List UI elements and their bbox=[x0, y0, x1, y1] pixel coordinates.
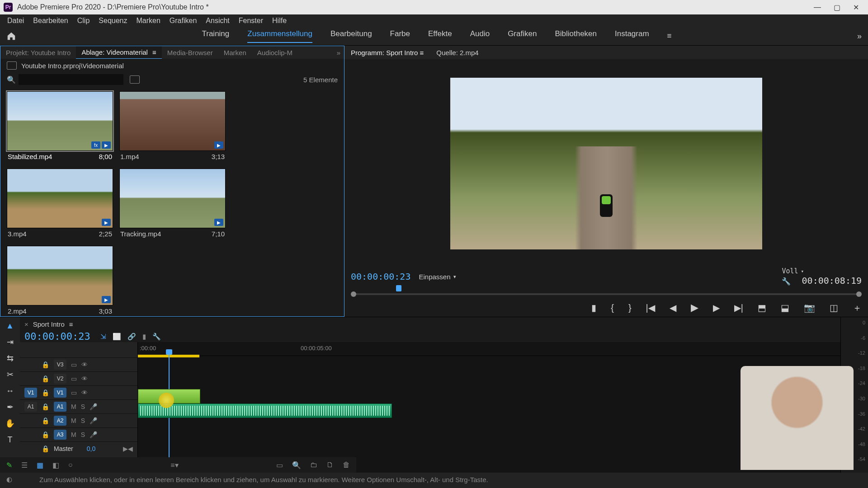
marker-icon[interactable]: ▮ bbox=[142, 333, 146, 341]
audio-track-header[interactable]: 🔒A2MS🎤 bbox=[20, 413, 137, 427]
workspace-farbe[interactable]: Farbe bbox=[390, 29, 410, 43]
time-ruler[interactable]: :00:00 00:00:05:00 bbox=[138, 342, 840, 356]
mark-in-button[interactable]: ▮ bbox=[591, 302, 596, 313]
home-icon[interactable] bbox=[6, 31, 16, 41]
close-button[interactable]: ✕ bbox=[853, 3, 859, 12]
menu-clip[interactable]: Clip bbox=[73, 15, 94, 27]
panel-tab[interactable]: Marken bbox=[218, 47, 252, 59]
minimize-button[interactable]: — bbox=[814, 3, 821, 12]
panel-menu-icon[interactable]: ≡ bbox=[69, 320, 73, 328]
sort-icon[interactable]: ≡▾ bbox=[170, 461, 178, 469]
media-item[interactable]: ▶Tracking.mp47;10 bbox=[119, 169, 226, 239]
panel-tab[interactable]: Audioclip-M bbox=[252, 47, 298, 59]
program-monitor-panel: Programm: Sport Intro ≡Quelle: 2.mp4 00:… bbox=[344, 46, 868, 317]
step-fwd-button[interactable]: ▶ bbox=[713, 302, 720, 313]
menu-grafiken[interactable]: Grafiken bbox=[165, 15, 201, 27]
sequence-name[interactable]: Sport Intro bbox=[33, 320, 65, 328]
new-bin-footer-icon[interactable]: 🗀 bbox=[310, 461, 317, 469]
razor-tool[interactable]: ✂ bbox=[4, 369, 16, 380]
menu-ansicht[interactable]: Ansicht bbox=[201, 15, 234, 27]
linked-selection-icon[interactable]: 🔗 bbox=[127, 333, 136, 341]
insert-mode-icon[interactable]: ⇲ bbox=[100, 333, 106, 341]
pen-tool[interactable]: ✒ bbox=[4, 401, 16, 413]
media-item[interactable]: fx▶Stabilized.mp48;00 bbox=[7, 91, 113, 162]
zoom-slider-icon[interactable]: ○ bbox=[68, 461, 73, 469]
panel-tab[interactable]: Projekt: Youtube Intro bbox=[0, 47, 76, 59]
workspace-bearbeitung[interactable]: Bearbeitung bbox=[330, 29, 372, 43]
workspace-zusammenstellung[interactable]: Zusammenstellung bbox=[247, 29, 312, 43]
lift-button[interactable]: ⬒ bbox=[758, 302, 766, 313]
menu-fenster[interactable]: Fenster bbox=[234, 15, 268, 27]
maximize-button[interactable]: ▢ bbox=[834, 3, 840, 12]
menu-sequenz[interactable]: Sequenz bbox=[94, 15, 132, 27]
program-tab[interactable]: Programm: Sport Intro ≡ bbox=[344, 47, 430, 59]
master-track-header[interactable]: 🔒Master0,0▶◀ bbox=[20, 441, 137, 455]
quality-dropdown[interactable]: Voll bbox=[782, 267, 848, 275]
audio-track-header[interactable]: A1🔒A1MS🎤 bbox=[20, 399, 137, 413]
play-button[interactable]: ▶ bbox=[691, 302, 698, 314]
program-scrubber[interactable] bbox=[351, 285, 862, 299]
menu-hilfe[interactable]: Hilfe bbox=[268, 15, 291, 27]
menu-bearbeiten[interactable]: Bearbeiten bbox=[28, 15, 72, 27]
workspace-grafiken[interactable]: Grafiken bbox=[508, 29, 537, 43]
mark-inset-l-button[interactable]: { bbox=[611, 303, 614, 313]
button-editor-icon[interactable]: ＋ bbox=[853, 302, 862, 314]
new-item-icon[interactable]: 🗋 bbox=[326, 461, 334, 469]
playhead-handle[interactable] bbox=[396, 285, 401, 291]
video-track-header[interactable]: 🔒V3▭👁 bbox=[20, 357, 137, 371]
search-icon[interactable]: 🔍 bbox=[7, 75, 16, 84]
go-next-edit-button[interactable]: ▶| bbox=[734, 302, 743, 313]
workspace-training[interactable]: Training bbox=[202, 29, 229, 43]
workspace-instagram[interactable]: Instagram bbox=[615, 29, 649, 43]
video-track-header[interactable]: 🔒V2▭👁 bbox=[20, 371, 137, 385]
program-tab[interactable]: Quelle: 2.mp4 bbox=[430, 47, 485, 59]
workspace-options-icon[interactable]: ≡ bbox=[667, 32, 672, 41]
icon-view-icon[interactable]: ▦ bbox=[37, 461, 43, 469]
audio-clip[interactable] bbox=[138, 404, 392, 418]
compare-button[interactable]: ◫ bbox=[830, 302, 838, 313]
ripple-tool[interactable]: ⇆ bbox=[4, 352, 16, 364]
more-workspaces-icon[interactable]: » bbox=[857, 32, 862, 41]
media-item[interactable]: ▶2.mp43;03 bbox=[7, 246, 113, 317]
track-select-tool[interactable]: ⇥ bbox=[4, 336, 16, 348]
panel-tab[interactable]: Ablage: Videomaterial ≡ bbox=[76, 46, 161, 59]
workspace-bibliotheken[interactable]: Bibliotheken bbox=[555, 29, 597, 43]
automate-icon[interactable]: ▭ bbox=[276, 461, 283, 469]
workspace-audio[interactable]: Audio bbox=[470, 29, 490, 43]
mark-inset-r-button[interactable]: } bbox=[628, 303, 632, 313]
menu-marken[interactable]: Marken bbox=[132, 15, 165, 27]
audio-track-header[interactable]: 🔒A3MS🎤 bbox=[20, 427, 137, 441]
hand-tool[interactable]: ✋ bbox=[4, 418, 16, 429]
search-input[interactable] bbox=[19, 74, 123, 85]
settings-icon[interactable]: 🔧 bbox=[782, 277, 791, 286]
fit-dropdown[interactable]: Einpassen bbox=[419, 273, 456, 281]
program-timecode[interactable]: 00:00:00:23 bbox=[351, 271, 410, 282]
snapshot-button[interactable]: 📷 bbox=[804, 302, 815, 313]
timeline-timecode[interactable]: 00:00:00:23 bbox=[24, 331, 90, 342]
snap-icon[interactable]: ⬜ bbox=[113, 333, 121, 341]
find-icon[interactable]: 🔍 bbox=[292, 461, 301, 469]
video-track-header[interactable]: V1🔒V1▭👁 bbox=[20, 385, 137, 399]
pencil-icon[interactable]: ✎ bbox=[6, 461, 12, 469]
item-count: 5 Elemente bbox=[303, 76, 338, 84]
wrench-icon[interactable]: 🔧 bbox=[152, 333, 161, 341]
bin-icon[interactable] bbox=[7, 61, 17, 70]
trash-icon[interactable]: 🗑 bbox=[343, 461, 350, 469]
new-bin-icon[interactable] bbox=[130, 75, 140, 84]
workspace-effekte[interactable]: Effekte bbox=[428, 29, 452, 43]
tabs-overflow-icon[interactable]: » bbox=[333, 49, 344, 56]
panel-tab[interactable]: Media-Browser bbox=[162, 47, 218, 59]
freeform-view-icon[interactable]: ◧ bbox=[52, 461, 59, 469]
menu-datei[interactable]: Datei bbox=[3, 15, 28, 27]
media-item[interactable]: ▶3.mp42;25 bbox=[7, 169, 113, 239]
slip-tool[interactable]: ↔ bbox=[4, 385, 16, 397]
go-prev-edit-button[interactable]: |◀ bbox=[646, 302, 655, 313]
type-tool[interactable]: T bbox=[4, 434, 16, 446]
media-item[interactable]: ▶1.mp43;13 bbox=[119, 91, 226, 162]
close-sequence-icon[interactable]: × bbox=[24, 320, 28, 328]
extract-button[interactable]: ⬓ bbox=[781, 302, 789, 313]
step-back-button[interactable]: ◀ bbox=[670, 302, 676, 313]
list-view-icon[interactable]: ☰ bbox=[21, 461, 28, 469]
selection-tool[interactable]: ▲ bbox=[4, 320, 16, 332]
program-preview[interactable] bbox=[344, 59, 868, 268]
